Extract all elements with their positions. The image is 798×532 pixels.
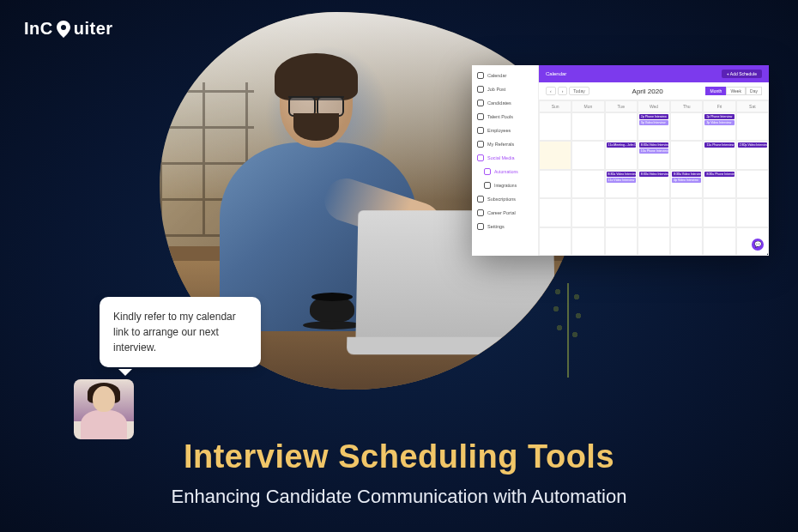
calendar-cell[interactable]	[571, 198, 604, 227]
calendar-cell[interactable]	[670, 227, 703, 256]
calendar-cell[interactable]	[638, 227, 670, 256]
sidebar-item-my-referrals[interactable]: My Referrals	[472, 137, 538, 151]
id-icon	[477, 127, 484, 134]
calendar-cell[interactable]	[736, 198, 769, 227]
calendar-next-button[interactable]: ›	[558, 87, 568, 95]
brand-text-pre: InC	[24, 19, 53, 39]
sidebar-item-label: Talent Pools	[487, 114, 513, 119]
calendar-widget: CalendarJob PostCandidatesTalent PoolsEm…	[472, 65, 769, 256]
sidebar-item-label: Settings	[487, 224, 505, 229]
calendar-cell[interactable]	[670, 198, 703, 227]
brand-logo: InC uiter	[24, 19, 113, 39]
calendar-cell[interactable]	[670, 112, 703, 141]
sidebar-item-integrations[interactable]: Integrations	[472, 178, 538, 192]
calendar-cell[interactable]	[539, 198, 571, 227]
sidebar-item-label: Candidates	[487, 100, 511, 106]
view-day-button[interactable]: Day	[746, 87, 762, 95]
calendar-cell[interactable]: 8:30a Video Interview	[638, 170, 670, 198]
calendar-event[interactable]: 11a Video Interview	[607, 178, 636, 183]
calendar-cell[interactable]: 8:30a Phone Interview	[703, 170, 735, 198]
calendar-cell[interactable]	[605, 112, 638, 141]
calendar-day-header: Sat	[736, 100, 769, 112]
sidebar-item-subscriptions[interactable]: Subscriptions	[472, 192, 538, 206]
calendar-cell[interactable]	[703, 198, 735, 227]
calendar-header: ‹ › Today April 2020 Month Week Day	[539, 82, 769, 100]
logo-pin-icon	[57, 21, 70, 38]
calendar-event[interactable]: 2p Phone Interview	[639, 114, 668, 119]
calendar-cell[interactable]	[571, 170, 604, 198]
calendar-grid: SunMonTueWedThuFriSat2p Phone Interview3…	[539, 100, 769, 256]
calendar-event[interactable]: 8:30a Phone Interview	[704, 172, 734, 177]
calendar-event[interactable]: 3p Video Interview	[704, 120, 734, 125]
calendar-sidebar: CalendarJob PostCandidatesTalent PoolsEm…	[472, 65, 539, 256]
share-icon	[477, 141, 484, 148]
main-title: Interview Scheduling Tools	[0, 438, 798, 475]
sidebar-item-job-post[interactable]: Job Post	[472, 82, 538, 96]
view-month-button[interactable]: Month	[705, 87, 726, 95]
calendar-event[interactable]: 10a Phone Interview	[639, 148, 668, 154]
sidebar-item-talent-pools[interactable]: Talent Pools	[472, 110, 538, 124]
sidebar-item-settings[interactable]: Settings	[472, 220, 538, 233]
calendar-cell[interactable]: 11a Meeting - John Do	[605, 141, 638, 169]
calendar-cell[interactable]: 2p Phone Interview3p Video Interview	[638, 112, 670, 141]
calendar-cell[interactable]	[539, 170, 571, 198]
calendar-event[interactable]: 8:30a Video Interview	[639, 172, 668, 177]
megaphone-icon	[477, 154, 484, 161]
users-icon	[477, 100, 484, 106]
briefcase-icon	[477, 86, 484, 93]
calendar-cell[interactable]	[539, 141, 571, 169]
calendar-cell[interactable]	[670, 141, 703, 169]
sidebar-item-calendar[interactable]: Calendar	[472, 69, 538, 82]
calendar-topbar-label: Calendar	[546, 71, 566, 76]
calendar-cell[interactable]	[638, 198, 670, 227]
sidebar-item-candidates[interactable]: Candidates	[472, 96, 538, 110]
bolt-icon	[484, 168, 491, 175]
calendar-event[interactable]: 11a Meeting - John Do	[607, 142, 636, 148]
calendar-cell[interactable]: 11a Phone Interview	[703, 141, 735, 169]
sidebar-item-employees[interactable]: Employees	[472, 124, 538, 137]
calendar-today-button[interactable]: Today	[569, 87, 589, 95]
calendar-day-header: Tue	[605, 100, 638, 112]
sub-title: Enhancing Candidate Communication with A…	[0, 486, 798, 508]
calendar-cell[interactable]	[539, 227, 571, 256]
calendar-event[interactable]: 8:30a Video Interview	[672, 172, 701, 177]
calendar-cell[interactable]	[539, 112, 571, 141]
calendar-event[interactable]: 11a Phone Interview	[704, 142, 734, 148]
sidebar-item-label: Career Portal	[487, 210, 516, 215]
calendar-cell[interactable]	[736, 112, 769, 141]
add-schedule-button[interactable]: + Add Schedule	[722, 70, 762, 78]
sidebar-item-label: Automations	[494, 169, 518, 174]
sidebar-item-social-media[interactable]: Social Media	[472, 151, 538, 165]
view-week-button[interactable]: Week	[726, 87, 746, 95]
calendar-cell[interactable]: 8:30a Video Interview10a Phone Interview	[638, 141, 670, 169]
calendar-event[interactable]: 2p Phone Interview	[704, 114, 734, 119]
gear-icon	[477, 223, 484, 230]
calendar-cell[interactable]	[605, 227, 638, 256]
calendar-cell[interactable]	[605, 198, 638, 227]
calendar-event[interactable]: 3p Video Interview	[639, 120, 668, 125]
calendar-cell[interactable]: 2p Phone Interview3p Video Interview	[703, 112, 735, 141]
speech-text: Kindly refer to my calendar link to arra…	[113, 311, 236, 354]
calendar-month-title: April 2020	[632, 88, 663, 95]
sidebar-item-career-portal[interactable]: Career Portal	[472, 206, 538, 220]
calendar-prev-button[interactable]: ‹	[546, 87, 556, 95]
calendar-event[interactable]: 2:30p Video Interview	[738, 142, 767, 148]
database-icon	[477, 113, 484, 120]
calendar-event[interactable]: 8:30a Video Interview	[607, 172, 636, 177]
plant-decoration	[549, 283, 585, 378]
calendar-cell[interactable]	[571, 141, 604, 169]
calendar-cell[interactable]: 2:30p Video Interview	[736, 141, 769, 169]
chat-fab-icon[interactable]: 💬	[752, 239, 764, 251]
sidebar-item-label: Social Media	[487, 155, 515, 160]
calendar-event[interactable]: 8:30a Video Interview	[639, 142, 668, 148]
calendar-cell[interactable]: 8:30a Video Interview4p Video Interview	[670, 170, 703, 198]
calendar-cell[interactable]: 8:30a Video Interview11a Video Interview	[605, 170, 638, 198]
calendar-cell[interactable]	[703, 227, 735, 256]
calendar-cell[interactable]	[571, 227, 604, 256]
sidebar-item-label: Subscriptions	[487, 196, 516, 202]
sidebar-item-label: Job Post	[487, 87, 505, 92]
calendar-event[interactable]: 4p Video Interview	[672, 178, 701, 183]
sidebar-item-automations[interactable]: Automations	[472, 165, 538, 178]
calendar-cell[interactable]	[571, 112, 604, 141]
calendar-cell[interactable]	[736, 170, 769, 198]
